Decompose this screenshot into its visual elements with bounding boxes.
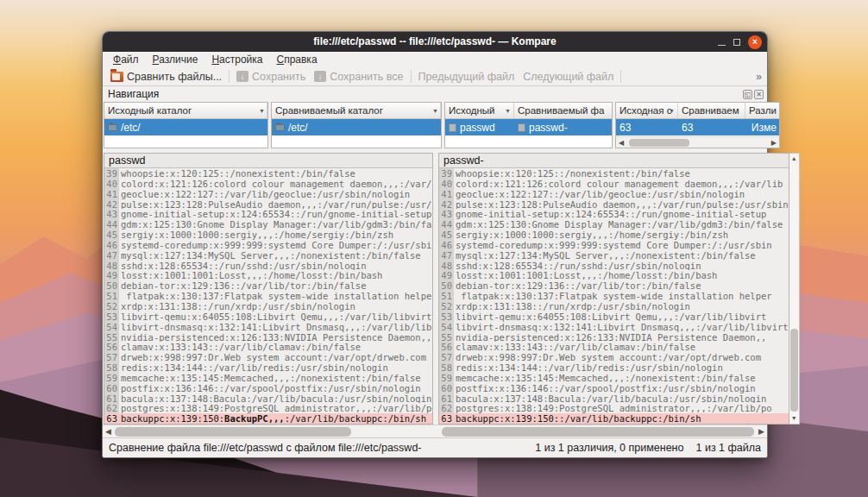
line-text: sergiy:x:1000:1000:sergiy,,,:/home/sergi…	[454, 230, 789, 240]
diff-line[interactable]: 41geoclue:x:122:127::/var/lib/geoclue:/u…	[439, 189, 789, 199]
difference-header[interactable]: Разли	[745, 103, 779, 118]
line-text: postfix:x:136:146::/var/spool/postfix:/u…	[454, 383, 789, 393]
source-folder-row[interactable]: /etc/	[104, 119, 267, 135]
diff-line[interactable]: 56clamav:x:133:143::/var/lib/clamav:/bin…	[439, 342, 789, 352]
menu-help[interactable]: Справка	[269, 53, 324, 66]
titlebar[interactable]: file:///etc/passwd -- file:///etc/passwd…	[103, 32, 767, 52]
close-panel-icon[interactable]: ✕	[754, 90, 764, 99]
diff-line[interactable]: 44gdm:x:125:130:Gnome Display Manager:/v…	[104, 219, 432, 230]
menu-settings[interactable]: Настройка	[204, 53, 269, 66]
diff-line[interactable]: 51_flatpak:x:130:137:Flatpak system-wide…	[104, 291, 432, 301]
scroll-left-icon[interactable]: ◀	[616, 139, 626, 147]
diff-line[interactable]: 62postgres:x:138:149:PostgreSQL administ…	[104, 403, 432, 413]
diff-line[interactable]: 59memcache:x:135:145:Memcached,,,:/nonex…	[439, 373, 789, 383]
destination-file-header[interactable]: Сравниваемый фа	[514, 103, 612, 118]
menu-file[interactable]: Файл	[106, 53, 146, 66]
diff-line[interactable]: 49losst:x:1001:1001:Losst,,,:/home/losst…	[104, 270, 432, 280]
line-number: 58	[439, 362, 454, 373]
line-number: 62	[104, 403, 119, 413]
diff-line[interactable]: 40colord:x:121:126:colord colour managem…	[104, 179, 432, 189]
line-stats-row[interactable]: 63 63 Изме	[616, 119, 779, 135]
line-text: bacula:x:137:148:Bacula:/var/lib/bacula:…	[119, 393, 432, 404]
diff-line[interactable]: 50debian-tor:x:129:136::/var/lib/tor:/bi…	[439, 280, 789, 291]
diff-line[interactable]: 42pulse:x:123:128:PulseAudio daemon,,,:/…	[104, 199, 432, 210]
diff-line[interactable]: 48sshd:x:128:65534::/run/sshd:/usr/sbin/…	[439, 261, 789, 271]
line-number: 42	[439, 199, 454, 210]
line-text: whoopsie:x:120:125::/nonexistent:/bin/fa…	[119, 168, 432, 179]
destination-line-header[interactable]: Сравниваем	[678, 103, 745, 118]
diff-line[interactable]: 58redis:x:134:144::/var/lib/redis:/usr/s…	[104, 362, 432, 373]
scroll-down-icon[interactable]: ▼	[791, 413, 797, 424]
line-number: 60	[104, 383, 119, 393]
diff-line[interactable]: 51_flatpak:x:130:137:Flatpak system-wide…	[439, 291, 789, 301]
toolbar-overflow-icon[interactable]: »	[756, 71, 764, 83]
diff-line[interactable]: 40colord:x:121:126:colord colour managem…	[439, 179, 789, 189]
horizontal-scrollbar[interactable]: ◀ ▶	[103, 425, 767, 437]
diff-line[interactable]: 55nvidia-persistenced:x:126:133:NVIDIA P…	[104, 332, 432, 343]
diff-line[interactable]: 39whoopsie:x:120:125::/nonexistent:/bin/…	[104, 168, 432, 179]
diff-line[interactable]: 59memcache:x:135:145:Memcached,,,:/nonex…	[104, 373, 432, 383]
scroll-right-icon[interactable]: ▶	[769, 139, 779, 147]
diff-line[interactable]: 48sshd:x:128:65534::/run/sshd:/usr/sbin/…	[104, 261, 432, 271]
maximize-button[interactable]	[733, 39, 740, 46]
diff-line[interactable]: 60postfix:x:136:146::/var/spool/postfix:…	[439, 383, 789, 393]
diff-line[interactable]: 60postfix:x:136:146::/var/spool/postfix:…	[104, 383, 432, 393]
diff-line[interactable]: 49losst:x:1001:1001:Losst,,,:/home/losst…	[439, 270, 789, 280]
diff-line[interactable]: 63backuppc:x:139:150::/var/lib/backuppc:…	[439, 413, 789, 424]
scrollbar-thumb[interactable]	[790, 329, 798, 412]
diff-line[interactable]: 46systemd-coredump:x:999:999:systemd Cor…	[439, 240, 789, 250]
diff-line[interactable]: 53libvirt-qemu:x:64055:108:Libvirt Qemu,…	[104, 311, 432, 322]
line-stats-list: Исходная с ▼ Сравниваем Разли 63 63 Изме…	[615, 102, 780, 148]
vertical-scrollbar[interactable]: ▲ ▼	[789, 153, 800, 425]
file-pair-row[interactable]: passwd passwd-	[445, 119, 612, 135]
diff-line[interactable]: 39whoopsie:x:120:125::/nonexistent:/bin/…	[439, 168, 789, 179]
diff-line[interactable]: 62postgres:x:138:149:PostgreSQL administ…	[439, 403, 789, 413]
diff-line[interactable]: 52xrdp:x:131:138::/run/xrdp:/usr/sbin/no…	[439, 301, 789, 311]
diff-line[interactable]: 56clamav:x:133:143::/var/lib/clamav:/bin…	[104, 342, 432, 352]
menu-difference[interactable]: Различие	[146, 53, 205, 66]
diff-line[interactable]: 43gnome-initial-setup:x:124:65534::/run/…	[439, 209, 789, 219]
diff-line[interactable]: 43gnome-initial-setup:x:124:65534::/run/…	[104, 209, 432, 219]
diff-line[interactable]: 47mysql:x:127:134:MySQL Server,,,:/nonex…	[439, 250, 789, 261]
diff-line[interactable]: 57drweb:x:998:997:Dr.Web system account:…	[104, 352, 432, 362]
diff-line[interactable]: 58redis:x:134:144::/var/lib/redis:/usr/s…	[439, 362, 789, 373]
diff-line[interactable]: 44gdm:x:125:130:Gnome Display Manager:/v…	[439, 219, 789, 230]
scroll-up-icon[interactable]: ▲	[791, 154, 797, 164]
diff-line[interactable]: 57drweb:x:998:997:Dr.Web system account:…	[439, 352, 789, 362]
source-scroll-track[interactable]	[114, 427, 433, 437]
diff-line[interactable]: 52xrdp:x:131:138::/run/xrdp:/usr/sbin/no…	[104, 301, 432, 311]
diff-line[interactable]: 45sergiy:x:1000:1000:sergiy,,,:/home/ser…	[104, 230, 432, 240]
destination-folder-row[interactable]: /etc/	[272, 119, 441, 135]
line-text: redis:x:134:144::/var/lib/redis:/usr/sbi…	[454, 362, 789, 373]
scrollbar-thumb[interactable]	[115, 427, 351, 437]
minimize-button[interactable]	[718, 38, 726, 46]
float-panel-icon[interactable]: ◱	[743, 90, 752, 99]
diff-line[interactable]: 61bacula:x:137:148:Bacula:/var/lib/bacul…	[104, 393, 432, 404]
scroll-left-icon[interactable]: ◀	[103, 427, 114, 436]
diff-line[interactable]: 54libvirt-dnsmasq:x:132:141:Libvirt Dnsm…	[439, 322, 789, 332]
line-text: gnome-initial-setup:x:124:65534::/run/gn…	[119, 209, 432, 219]
close-button[interactable]: ×	[748, 35, 762, 49]
diff-line[interactable]: 61bacula:x:137:148:Bacula:/var/lib/bacul…	[439, 393, 789, 404]
diff-line[interactable]: 50debian-tor:x:129:136::/var/lib/tor:/bi…	[104, 280, 432, 291]
diff-line[interactable]: 55nvidia-persistenced:x:126:133:NVIDIA P…	[439, 332, 789, 343]
source-file-header[interactable]: Исходный ▼	[445, 103, 514, 118]
source-line-header[interactable]: Исходная с ▼	[616, 103, 678, 118]
diff-line[interactable]: 45sergiy:x:1000:1000:sergiy,,,:/home/ser…	[439, 230, 789, 240]
source-folder-header[interactable]: Исходный каталог	[104, 103, 267, 118]
scrollbar-thumb[interactable]	[629, 139, 689, 147]
line-text: systemd-coredump:x:999:999:systemd Core …	[119, 240, 432, 250]
destination-scroll-track[interactable]	[438, 427, 756, 437]
scrollbar-thumb[interactable]	[442, 427, 754, 437]
diff-line[interactable]: 42pulse:x:123:128:PulseAudio daemon,,,:/…	[439, 199, 789, 210]
stats-horizontal-scrollbar[interactable]: ◀ ▶	[616, 136, 779, 148]
diff-line[interactable]: 63backuppc:x:139:150:BackupPC,,,:/var/li…	[104, 413, 432, 424]
scroll-right-icon[interactable]: ▶	[756, 427, 767, 436]
compare-files-button[interactable]: Сравнить файлы...	[106, 70, 226, 84]
diff-line[interactable]: 53libvirt-qemu:x:64055:108:Libvirt Qemu,…	[439, 311, 789, 322]
diff-line[interactable]: 47mysql:x:127:134:MySQL Server,,,:/nonex…	[104, 250, 432, 261]
destination-folder-header[interactable]: Сравниваемый каталог	[272, 103, 441, 118]
diff-line[interactable]: 41geoclue:x:122:127::/var/lib/geoclue:/u…	[104, 189, 432, 199]
diff-line[interactable]: 46systemd-coredump:x:999:999:systemd Cor…	[104, 240, 432, 250]
diff-line[interactable]: 54libvirt-dnsmasq:x:132:141:Libvirt Dnsm…	[104, 322, 432, 332]
